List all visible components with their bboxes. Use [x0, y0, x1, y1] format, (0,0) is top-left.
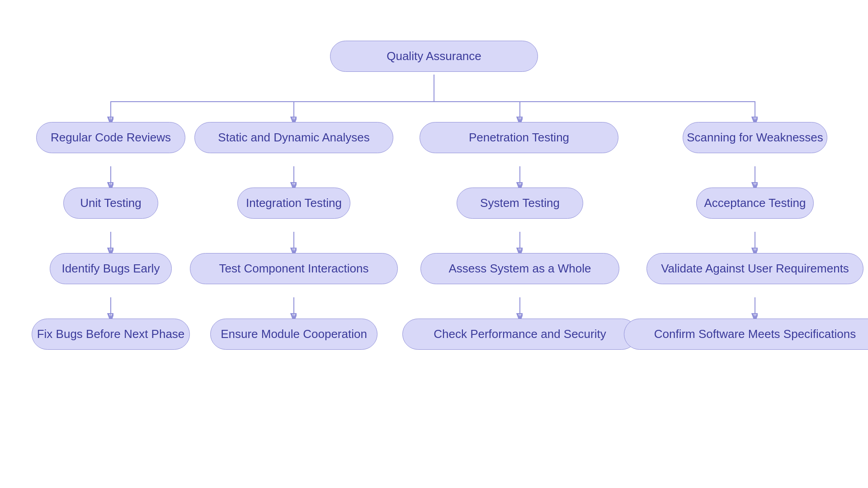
node-col4-l3: Validate Against User Requirements	[646, 253, 863, 284]
node-col3-l4: Check Performance and Security	[402, 319, 637, 350]
node-col4-l1: Scanning for Weaknesses	[683, 122, 827, 153]
node-col2-l1: Static and Dynamic Analyses	[194, 122, 393, 153]
node-col1-l3: Identify Bugs Early	[50, 253, 172, 284]
node-col4-l4: Confirm Software Meets Specifications	[624, 319, 868, 350]
node-col3-l3: Assess System as a Whole	[420, 253, 619, 284]
node-col3-l1: Penetration Testing	[420, 122, 618, 153]
node-col4-l2: Acceptance Testing	[696, 188, 814, 219]
node-col1-l4: Fix Bugs Before Next Phase	[32, 319, 190, 350]
node-col3-l2: System Testing	[457, 188, 583, 219]
node-col2-l3: Test Component Interactions	[190, 253, 398, 284]
node-col1-l2: Unit Testing	[63, 188, 158, 219]
diagram: Quality Assurance Regular Code Reviews U…	[23, 23, 845, 465]
connectors	[23, 23, 845, 465]
node-col1-l1: Regular Code Reviews	[36, 122, 185, 153]
node-root: Quality Assurance	[330, 41, 538, 72]
node-col2-l2: Integration Testing	[237, 188, 350, 219]
node-col2-l4: Ensure Module Cooperation	[210, 319, 377, 350]
